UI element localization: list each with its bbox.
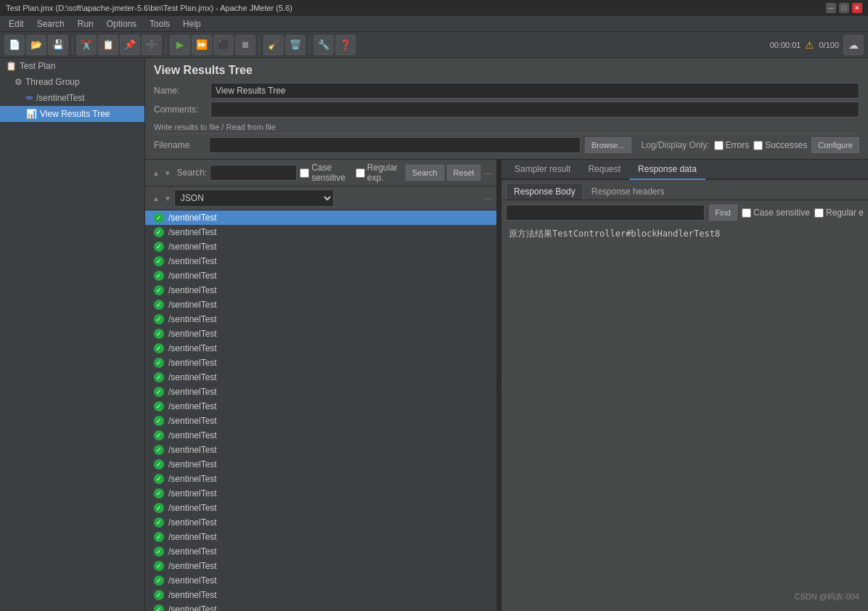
response-tab-body[interactable]: Response Body: [506, 183, 584, 200]
menu-search[interactable]: Search: [31, 17, 70, 30]
result-item-7[interactable]: ✓ /sentinelTest: [145, 312, 496, 327]
result-item-16[interactable]: ✓ /sentinelTest: [145, 443, 496, 457]
filename-input[interactable]: [209, 137, 581, 153]
search-button[interactable]: Search: [406, 165, 444, 181]
arrow-up-2[interactable]: ▲: [151, 194, 161, 203]
function-helper-button[interactable]: 🔧: [314, 35, 334, 55]
result-item-23[interactable]: ✓ /sentinelTest: [145, 544, 496, 559]
comments-input[interactable]: [210, 102, 859, 118]
sidebar-item-threadgroup[interactable]: ⚙ Thread Group: [0, 74, 144, 90]
save-button[interactable]: 💾: [48, 35, 68, 55]
sidebar-item-testplan[interactable]: 📋 Test Plan: [0, 58, 144, 74]
menu-options[interactable]: Options: [101, 17, 142, 30]
menu-edit[interactable]: Edit: [3, 17, 30, 30]
result-item-3[interactable]: ✓ /sentinelTest: [145, 254, 496, 268]
response-tab-headers[interactable]: Response headers: [584, 183, 673, 200]
result-item-6[interactable]: ✓ /sentinelTest: [145, 298, 496, 312]
result-item-12[interactable]: ✓ /sentinelTest: [145, 385, 496, 399]
result-item-4[interactable]: ✓ /sentinelTest: [145, 268, 496, 283]
menu-run[interactable]: Run: [72, 17, 99, 30]
clear-all-button[interactable]: 🗑️: [285, 35, 306, 55]
search-label: Search:: [177, 168, 207, 178]
result-item-10[interactable]: ✓ /sentinelTest: [145, 356, 496, 370]
tab-response-data[interactable]: Response data: [629, 160, 705, 180]
browse-button[interactable]: Browse...: [585, 137, 631, 153]
title-controls: ─ □ ✕: [826, 3, 862, 13]
search-input[interactable]: [210, 165, 297, 181]
result-item-9[interactable]: ✓ /sentinelTest: [145, 341, 496, 356]
response-regular-text: Regular e: [826, 208, 864, 218]
result-item-11[interactable]: ✓ /sentinelTest: [145, 370, 496, 385]
shutdown-button[interactable]: ⏹: [235, 35, 255, 55]
paste-button[interactable]: 📌: [120, 35, 140, 55]
response-find-input[interactable]: [506, 205, 705, 221]
result-icon-24: ✓: [154, 561, 164, 571]
cut-button[interactable]: ✂️: [76, 35, 97, 55]
result-item-18[interactable]: ✓ /sentinelTest: [145, 472, 496, 486]
result-item-15[interactable]: ✓ /sentinelTest: [145, 428, 496, 443]
new-button[interactable]: 📄: [4, 35, 25, 55]
expand-button[interactable]: ➕: [142, 35, 162, 55]
result-item-17[interactable]: ✓ /sentinelTest: [145, 457, 496, 472]
remote-button[interactable]: ☁: [843, 35, 864, 55]
tab-sampler-result[interactable]: Sampler result: [506, 160, 579, 180]
result-item-21[interactable]: ✓ /sentinelTest: [145, 515, 496, 530]
menu-help[interactable]: Help: [177, 17, 207, 30]
format-select[interactable]: JSON Text XML HTML Regexp Tester CSS/JQu…: [174, 189, 334, 207]
result-icon-16: ✓: [154, 445, 164, 455]
result-item-13[interactable]: ✓ /sentinelTest: [145, 399, 496, 414]
response-regular-checkbox[interactable]: [814, 208, 824, 218]
errors-checkbox[interactable]: [714, 141, 724, 150]
reset-button[interactable]: Reset: [447, 165, 481, 181]
menu-tools[interactable]: Tools: [144, 17, 176, 30]
result-item-8[interactable]: ✓ /sentinelTest: [145, 327, 496, 341]
sidebar-item-sentineltest[interactable]: ✏ /sentinelTest: [0, 90, 144, 106]
run-nonstop-button[interactable]: ⏩: [192, 35, 212, 55]
case-sensitive-checkbox[interactable]: [300, 168, 309, 178]
arrow-down[interactable]: ▼: [163, 168, 173, 178]
result-label-4: /sentinelTest: [168, 271, 217, 281]
successes-checkbox[interactable]: [753, 141, 763, 150]
clear-button[interactable]: 🧹: [263, 35, 284, 55]
title-text: Test Plan.jmx (D:\soft\apache-jmeter-5.6…: [6, 4, 292, 12]
result-item-1[interactable]: ✓ /sentinelTest: [145, 225, 496, 239]
result-label-26: /sentinelTest: [168, 590, 217, 600]
minimize-button[interactable]: ─: [826, 3, 836, 13]
tab-request[interactable]: Request: [579, 160, 629, 180]
sentineltest-icon: ✏: [26, 93, 33, 103]
result-item-24[interactable]: ✓ /sentinelTest: [145, 559, 496, 573]
threadgroup-icon: ⚙: [15, 77, 22, 87]
result-item-25[interactable]: ✓ /sentinelTest: [145, 573, 496, 588]
result-item-20[interactable]: ✓ /sentinelTest: [145, 501, 496, 515]
content-area: View Results Tree Name: Comments: Write …: [145, 58, 868, 611]
sidebar-label-viewresults: View Results Tree: [40, 109, 110, 119]
result-item-14[interactable]: ✓ /sentinelTest: [145, 414, 496, 428]
watermark: CSDN @码农-004: [795, 591, 859, 602]
result-item-2[interactable]: ✓ /sentinelTest: [145, 239, 496, 254]
close-button[interactable]: ✕: [852, 3, 862, 13]
sidebar-item-viewresults[interactable]: 📊 View Results Tree: [0, 106, 144, 122]
response-case-sensitive-checkbox[interactable]: [742, 208, 751, 218]
run-button[interactable]: ▶: [170, 35, 190, 55]
arrow-up[interactable]: ▲: [151, 168, 161, 178]
dots-menu-top[interactable]: ···: [483, 167, 492, 179]
regexp-checkbox[interactable]: [356, 168, 365, 178]
result-item-0[interactable]: ✓ /sentinelTest: [145, 210, 496, 225]
find-button[interactable]: Find: [709, 205, 737, 221]
result-item-27[interactable]: ✓ /sentinelTest: [145, 602, 496, 611]
maximize-button[interactable]: □: [839, 3, 849, 13]
result-item-19[interactable]: ✓ /sentinelTest: [145, 486, 496, 501]
log-display-label: Log/Display Only:: [642, 140, 710, 150]
result-item-26[interactable]: ✓ /sentinelTest: [145, 588, 496, 602]
result-item-5[interactable]: ✓ /sentinelTest: [145, 283, 496, 298]
results-list[interactable]: ✓ /sentinelTest ✓ /sentinelTest ✓ /senti…: [145, 210, 496, 611]
open-button[interactable]: 📂: [26, 35, 46, 55]
name-input[interactable]: [210, 83, 859, 99]
arrow-down-2[interactable]: ▼: [163, 194, 173, 203]
result-item-22[interactable]: ✓ /sentinelTest: [145, 530, 496, 544]
configure-button[interactable]: Configure: [811, 137, 859, 153]
dots-menu-format[interactable]: ···: [483, 192, 492, 204]
stop-button[interactable]: ⬛: [213, 35, 234, 55]
help-button[interactable]: ❓: [335, 35, 356, 55]
copy-button[interactable]: 📋: [98, 35, 118, 55]
